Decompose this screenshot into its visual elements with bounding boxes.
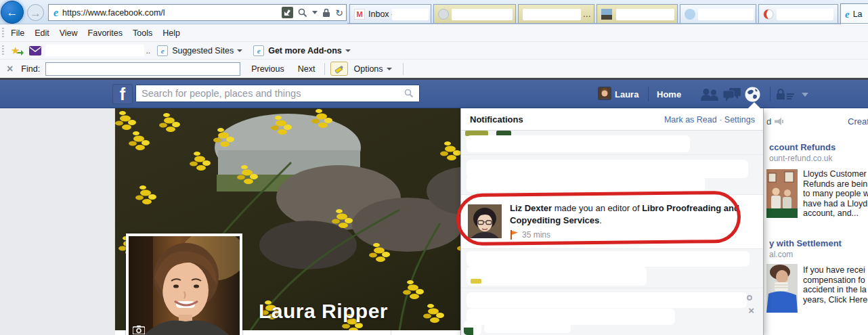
address-bar[interactable]: e https://www.facebook.com/l ↻ xyxy=(48,4,347,21)
ad-body-text: If you have recei compensation fo accide… xyxy=(803,265,868,305)
separator: · xyxy=(719,115,722,125)
compatibility-view-icon[interactable] xyxy=(282,7,293,18)
account-menu-caret-icon[interactable] xyxy=(802,93,808,97)
forward-arrow-icon: → xyxy=(30,7,41,18)
browser-tab-6[interactable] xyxy=(758,4,838,24)
find-previous-button[interactable]: Previous xyxy=(251,64,284,74)
browser-tab-2[interactable] xyxy=(433,4,516,24)
notifications-title: Notifications xyxy=(470,114,523,125)
find-label: Find: xyxy=(21,64,40,74)
ie-favicon-icon: e xyxy=(845,9,850,20)
notifications-globe-icon[interactable] xyxy=(745,87,760,102)
profile-name: Laura Ripper xyxy=(259,300,388,323)
address-url: https://www.facebook.com/l xyxy=(62,8,165,18)
find-next-button[interactable]: Next xyxy=(298,64,316,74)
menu-bar: File Edit View Favorites Tools Help xyxy=(0,24,868,42)
browser-tab-4[interactable] xyxy=(596,4,678,24)
avatar-remnant xyxy=(471,279,481,284)
separator xyxy=(324,63,325,75)
friend-requests-icon[interactable] xyxy=(700,88,719,102)
create-ad-link[interactable]: Creat xyxy=(848,116,868,127)
notification-settings-link[interactable]: Settings xyxy=(724,115,755,125)
chevron-down-icon[interactable] xyxy=(387,68,392,70)
divider xyxy=(391,330,391,335)
notification-row[interactable] xyxy=(461,155,763,195)
tabs-underline xyxy=(347,23,868,24)
profile-name-link[interactable]: Laura xyxy=(615,89,638,99)
redaction-blob xyxy=(698,9,754,20)
chevron-down-icon[interactable] xyxy=(345,49,351,52)
redaction-blob xyxy=(452,9,513,20)
notification-row[interactable] xyxy=(461,249,763,288)
back-button[interactable]: ← xyxy=(1,1,24,24)
profile-picture[interactable] xyxy=(126,233,242,335)
highlight-all-button[interactable] xyxy=(330,62,348,76)
privacy-shortcuts-icon[interactable] xyxy=(776,89,795,100)
facebook-header: f Laura Home xyxy=(0,80,868,108)
close-icon[interactable]: × xyxy=(748,305,754,316)
ad-body-text: Lloyds Customer Refunds are bein to many… xyxy=(803,169,868,219)
ad-title-link[interactable]: y with Settlement xyxy=(769,238,842,248)
browser-tab-inbox[interactable]: M Inbox - xyxy=(349,4,431,24)
home-link[interactable]: Home xyxy=(657,89,681,99)
tab-favicon-icon xyxy=(763,9,774,20)
red-annotation-oval xyxy=(456,191,741,246)
ad-image[interactable] xyxy=(766,264,798,313)
right-column: d Creat ccount Refunds ount-refund.co.uk… xyxy=(764,108,868,335)
close-icon[interactable]: × xyxy=(7,63,13,75)
separator xyxy=(770,87,771,102)
tab-label: La xyxy=(853,9,863,19)
forward-button[interactable]: → xyxy=(27,4,44,21)
suggested-sites-button[interactable]: Suggested Sites xyxy=(172,46,234,55)
redaction-blob xyxy=(523,9,581,20)
ad-image[interactable] xyxy=(766,169,798,218)
menu-favorites[interactable]: Favorites xyxy=(88,28,123,38)
lock-icon xyxy=(322,8,330,18)
get-addons-icon: e xyxy=(253,45,264,56)
redaction-blob xyxy=(45,45,144,56)
menu-edit[interactable]: Edit xyxy=(35,28,49,38)
find-bar: × Find: Previous Next Options xyxy=(0,60,868,78)
profile-picture-image xyxy=(129,236,240,335)
redaction-blob xyxy=(466,176,705,192)
notification-row[interactable] xyxy=(461,131,763,155)
facebook-search-box[interactable] xyxy=(135,85,420,102)
find-options-button[interactable]: Options xyxy=(353,64,383,74)
redaction-blob xyxy=(616,9,674,20)
search-dropdown-icon[interactable] xyxy=(312,11,318,14)
facebook-logo[interactable]: f xyxy=(112,84,133,104)
browser-tab-5[interactable] xyxy=(680,4,756,24)
mark-as-read-link[interactable]: Mark as Read xyxy=(664,115,717,125)
browser-tab-active[interactable]: e La xyxy=(840,3,868,24)
get-addons-button[interactable]: Get more Add-ons xyxy=(268,46,342,55)
facebook-search-input[interactable] xyxy=(142,87,392,100)
search-icon[interactable] xyxy=(298,8,307,18)
ad-domain: al.com xyxy=(769,250,793,259)
search-icon[interactable] xyxy=(404,89,414,98)
redaction-blob xyxy=(777,9,833,20)
menu-tools[interactable]: Tools xyxy=(133,28,152,38)
menu-help[interactable]: Help xyxy=(162,28,180,38)
row-settings-icon[interactable] xyxy=(747,295,752,300)
suggested-sites-icon: e xyxy=(157,45,168,56)
mail-icon[interactable] xyxy=(29,46,41,55)
camera-icon[interactable] xyxy=(133,326,145,334)
find-input[interactable] xyxy=(45,62,240,76)
avatar[interactable] xyxy=(599,87,611,99)
photo-favicon-icon xyxy=(601,9,612,20)
back-arrow-icon: ← xyxy=(7,7,18,18)
chevron-down-icon[interactable] xyxy=(237,49,242,52)
favorites-star-icon[interactable]: ★ xyxy=(11,45,20,57)
redaction-blob xyxy=(484,323,571,333)
redaction-blob xyxy=(466,160,748,178)
notification-row[interactable]: × xyxy=(461,288,763,335)
menu-file[interactable]: File xyxy=(11,28,24,38)
menu-view[interactable]: View xyxy=(60,28,78,38)
browser-tab-3[interactable]: … xyxy=(518,4,594,24)
gmail-favicon-icon: M xyxy=(354,9,365,20)
refresh-icon[interactable]: ↻ xyxy=(335,8,343,18)
sponsored-label-fragment: d xyxy=(766,116,771,127)
messages-icon[interactable] xyxy=(723,88,741,102)
ad-title-link[interactable]: ccount Refunds xyxy=(769,142,836,152)
megaphone-icon xyxy=(775,118,783,125)
